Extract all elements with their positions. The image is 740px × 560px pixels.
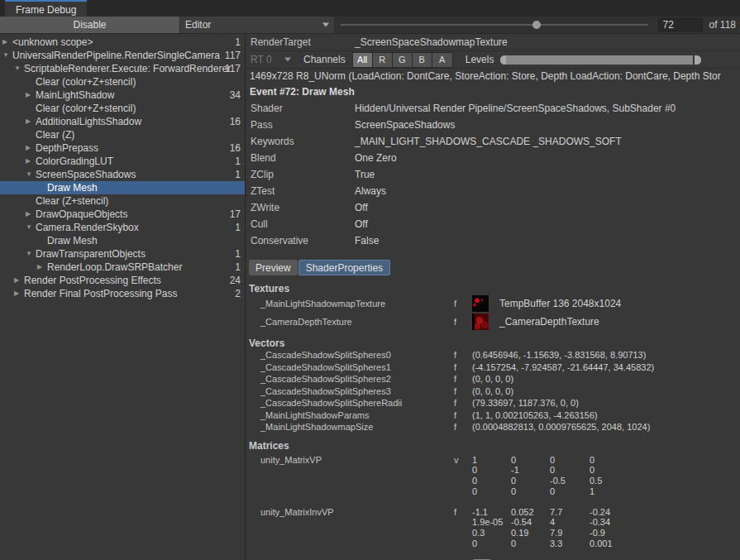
tree-item-render-final-postprocessing-pass[interactable]: ▶Render Final PostProcessing Pass2 <box>0 287 245 300</box>
event-count-badge: 16 <box>230 116 241 127</box>
channel-button-a[interactable]: A <box>432 53 452 67</box>
event-number-input[interactable] <box>658 18 703 31</box>
tree-item-universalrenderpipeline-rendersinglecamera[interactable]: ▼UniversalRenderPipeline.RenderSingleCam… <box>0 49 245 62</box>
matrix-cell: 0 <box>550 486 590 497</box>
foldout-open-icon[interactable]: ▼ <box>14 65 21 72</box>
tree-item-mainlightshadow[interactable]: ▶MainLightShadow34 <box>0 89 245 102</box>
event-count-badge: 1 <box>235 36 241 48</box>
texture-type: f <box>454 317 472 327</box>
matrix-cell: 1 <box>472 455 511 466</box>
matrix-name: unity_MatrixInvVP <box>246 507 454 518</box>
vector-row-mainlightshadowparams: _MainLightShadowParamsf(1, 1, 0.00210526… <box>246 409 740 422</box>
matrices-section-title: Matrices <box>246 440 740 452</box>
vector-value: (79.33697, 1187.376, 0, 0) <box>472 398 579 408</box>
event-slider-track <box>341 24 648 26</box>
tree-item-colorgradinglut[interactable]: ▶ColorGradingLUT1 <box>0 155 245 168</box>
channel-button-g[interactable]: G <box>393 53 413 67</box>
matrix-cell: 0 <box>590 465 629 476</box>
event-slider[interactable] <box>334 17 656 33</box>
foldout-closed-icon[interactable]: ▶ <box>26 92 31 98</box>
tree-item-clear-z[interactable]: Clear (Z) <box>0 128 245 141</box>
tree-item-clear-color-z-stencil[interactable]: Clear (color+Z+stencil) <box>0 75 245 89</box>
state-row-cull: CullOff <box>246 216 740 232</box>
matrix-cell: 0 <box>511 538 550 549</box>
capture-target-dropdown[interactable]: Editor <box>180 17 334 33</box>
vector-value: (-4.157254, -7.924587, -21.64447, 34.458… <box>472 362 654 372</box>
foldout-open-icon[interactable]: ▼ <box>2 52 9 59</box>
state-row-zwrite: ZWriteOff <box>246 199 740 216</box>
foldout-open-icon[interactable]: ▼ <box>26 224 32 231</box>
state-label: Cull <box>246 218 355 230</box>
disable-button[interactable]: Disable <box>0 17 179 33</box>
tab-shaderproperties[interactable]: ShaderProperties <box>298 260 390 275</box>
foldout-closed-icon[interactable]: ▶ <box>26 145 31 151</box>
foldout-closed-icon[interactable]: ▶ <box>37 264 42 270</box>
channel-button-b[interactable]: B <box>413 53 432 67</box>
state-row-ztest: ZTestAlways <box>246 183 740 199</box>
vectors-section-title: Vectors <box>246 337 740 349</box>
matrix-cell: 4 <box>550 517 590 528</box>
state-row-pass: PassScreenSpaceShadows <box>246 117 740 133</box>
tree-item-drawopaqueobjects[interactable]: ▶DrawOpaqueObjects17 <box>0 208 245 221</box>
main-split: ▶<unknown scope>1▼UniversalRenderPipelin… <box>0 34 740 560</box>
matrix-cell: 0 <box>472 476 511 486</box>
tab-preview[interactable]: Preview <box>249 260 298 275</box>
texture-name: _CameraDepthTexture <box>246 317 454 327</box>
tree-item-draw-mesh[interactable]: Draw Mesh <box>0 181 245 194</box>
tree-item-screenspaceshadows[interactable]: ▼ScreenSpaceShadows1 <box>0 168 245 181</box>
tree-item-label: Camera.RenderSkybox <box>0 222 245 233</box>
tree-item-label: ScreenSpaceShadows <box>0 169 245 180</box>
event-count-badge: 1 <box>235 222 241 233</box>
matrix-values: -1.10.0527.7-0.241.9e-05-0.544-0.340.30.… <box>472 507 629 549</box>
matrix-name: unity_MatrixVP <box>246 455 454 466</box>
channel-button-r[interactable]: R <box>373 53 393 67</box>
vector-value: (1, 1, 0.002105263, -4.263156) <box>472 410 598 420</box>
event-detail-panel: RenderTarget _ScreenSpaceShadowmapTextur… <box>246 34 740 560</box>
tree-item-renderloop-drawsrpbatcher[interactable]: ▶RenderLoop.DrawSRPBatcher1 <box>0 261 245 274</box>
foldout-closed-icon[interactable]: ▶ <box>26 158 31 165</box>
tree-item-additionallightsshadow[interactable]: ▶AdditionalLightsShadow16 <box>0 115 245 128</box>
foldout-closed-icon[interactable]: ▶ <box>2 39 7 45</box>
levels-range-slider[interactable] <box>500 55 701 65</box>
tab-frame-debug[interactable]: Frame Debug <box>5 0 87 17</box>
tree-item-unknown-scope[interactable]: ▶<unknown scope>1 <box>0 36 245 49</box>
foldout-closed-icon[interactable]: ▶ <box>14 290 19 297</box>
matrix-cell: -0.34 <box>590 517 629 528</box>
foldout-closed-icon[interactable]: ▶ <box>26 118 31 125</box>
matrix-cell: -0.5 <box>550 476 590 486</box>
foldout-open-icon[interactable]: ▼ <box>26 171 32 178</box>
matrix-cell: 0.052 <box>511 507 550 518</box>
state-value: False <box>355 235 379 246</box>
channel-button-all[interactable]: All <box>353 53 373 67</box>
tree-item-render-postprocessing-effects[interactable]: ▶Render PostProcessing Effects24 <box>0 274 245 287</box>
state-value: ScreenSpaceShadows <box>355 119 455 131</box>
channels-label: Channels <box>303 54 346 65</box>
matrix-cell: 7.7 <box>550 507 590 518</box>
matrix-type: f <box>454 507 472 518</box>
tree-item-scriptablerenderer-execute-forwardrenderer[interactable]: ▼ScriptableRenderer.Execute: ForwardRend… <box>0 62 245 75</box>
tree-item-draw-mesh[interactable]: Draw Mesh <box>0 234 245 247</box>
shadowmap-thumbnail[interactable] <box>472 295 489 312</box>
chevron-down-icon <box>322 23 329 27</box>
state-value: _MAIN_LIGHT_SHADOWS_CASCADE _SHADOWS_SOF… <box>355 136 622 147</box>
tree-item-drawtransparentobjects[interactable]: ▼DrawTransparentObjects1 <box>0 247 245 261</box>
foldout-closed-icon[interactable]: ▶ <box>26 211 31 218</box>
tree-item-label: Clear (Z+stencil) <box>0 195 245 207</box>
textures-section-title: Textures <box>246 283 740 294</box>
state-value: Hidden/Universal Render Pipeline/ScreenS… <box>355 103 676 114</box>
render-target-info: 1469x728 R8_UNorm (LoadAction: DontCare,… <box>246 69 740 84</box>
event-count-badge: 1 <box>235 169 241 180</box>
state-row-blend: BlendOne Zero <box>246 150 740 166</box>
tree-item-camera-renderskybox[interactable]: ▼Camera.RenderSkybox1 <box>0 221 245 234</box>
foldout-closed-icon[interactable]: ▶ <box>14 277 19 284</box>
foldout-open-icon[interactable]: ▼ <box>26 251 32 257</box>
depth-thumbnail[interactable] <box>472 314 489 330</box>
tree-item-clear-z-stencil[interactable]: Clear (Z+stencil) <box>0 194 245 208</box>
tree-item-clear-color-z-stencil[interactable]: Clear (color+Z+stencil) <box>0 102 245 115</box>
rt-index-dropdown[interactable]: RT 0 <box>248 53 296 66</box>
tree-item-depthprepass[interactable]: ▶DepthPrepass16 <box>0 141 245 155</box>
render-target-row: RenderTarget _ScreenSpaceShadowmapTextur… <box>246 34 740 51</box>
event-slider-thumb[interactable] <box>532 21 541 29</box>
matrix-values: 10000-10000-0.50.50001 <box>472 455 629 497</box>
matrix-cell: -0.24 <box>590 507 629 518</box>
